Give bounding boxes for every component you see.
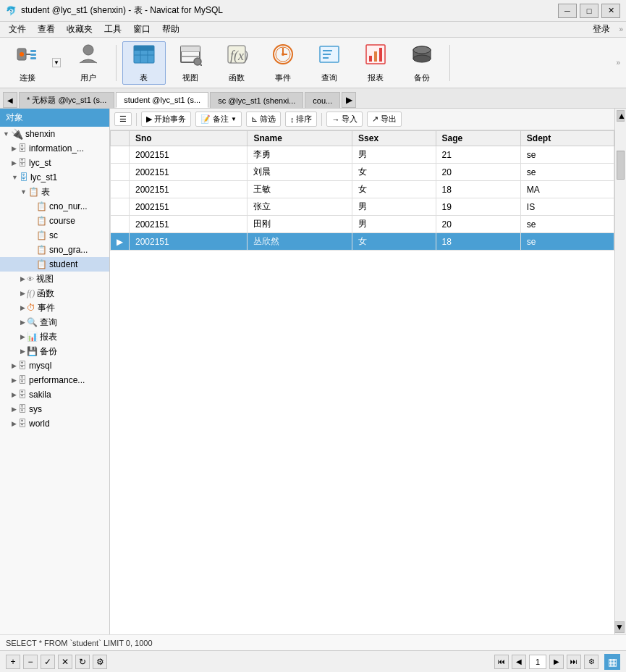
cell-sno[interactable]: 2002151 bbox=[130, 198, 248, 216]
func-tool[interactable]: f(x) 函数 bbox=[215, 41, 258, 85]
connect-tool[interactable]: 连接 bbox=[6, 41, 49, 85]
tree-item-world[interactable]: ▶ 🗄 world bbox=[0, 416, 109, 431]
toolbar-expand[interactable]: » bbox=[616, 59, 620, 67]
cell-ssex[interactable]: 女 bbox=[352, 164, 436, 181]
header-sage[interactable]: Sage bbox=[436, 131, 520, 146]
confirm-btn[interactable]: ✓ bbox=[41, 655, 55, 669]
cell-sage[interactable]: 19 bbox=[436, 198, 520, 216]
comment-btn[interactable]: 📝 备注 ▼ bbox=[195, 112, 242, 127]
cell-ssex[interactable]: 女 bbox=[352, 233, 436, 251]
cell-sage[interactable]: 20 bbox=[436, 164, 520, 181]
menu-view[interactable]: 查看 bbox=[32, 22, 61, 37]
right-scrollbar[interactable]: ▲ ▼ bbox=[614, 109, 626, 634]
backup-tool[interactable]: 备份 bbox=[400, 41, 444, 85]
menu-file[interactable]: 文件 bbox=[3, 22, 32, 37]
table-tool[interactable]: 表 bbox=[122, 41, 166, 85]
tree-item-reports-folder[interactable]: ▶ 📊 报表 bbox=[0, 329, 109, 344]
tab-0[interactable]: * 无标题 @lyc_st1 (s... bbox=[19, 92, 114, 108]
scrollbar-thumb[interactable] bbox=[617, 151, 625, 180]
cell-sname[interactable]: 张立 bbox=[248, 198, 352, 216]
tree-item-views-folder[interactable]: ▶ 👁 视图 bbox=[0, 272, 109, 286]
grid-view-btn[interactable]: ▦ bbox=[604, 654, 620, 670]
cell-sno[interactable]: 2002151 bbox=[130, 233, 248, 251]
cell-ssex[interactable]: 女 bbox=[352, 181, 436, 198]
sidebar-header[interactable]: 对象 bbox=[0, 109, 109, 127]
last-page-btn[interactable]: ⏭ bbox=[567, 655, 581, 669]
cell-sname[interactable]: 丛欣然 bbox=[248, 233, 352, 251]
next-page-btn[interactable]: ▶ bbox=[549, 655, 564, 669]
tree-item-information[interactable]: ▶ 🗄 information_... bbox=[0, 141, 109, 156]
filter-btn[interactable]: ⊾ 筛选 bbox=[246, 112, 281, 127]
report-tool[interactable]: 报表 bbox=[354, 41, 397, 85]
tree-item-student[interactable]: 📋 student bbox=[0, 257, 109, 272]
tree-item-queries-folder[interactable]: ▶ 🔍 查询 bbox=[0, 315, 109, 329]
first-page-btn[interactable]: ⏮ bbox=[494, 655, 509, 669]
tree-item-sys[interactable]: ▶ 🗄 sys bbox=[0, 402, 109, 416]
tree-item-sakila[interactable]: ▶ 🗄 sakila bbox=[0, 387, 109, 402]
cell-sname[interactable]: 李勇 bbox=[248, 146, 352, 164]
cell-sdept[interactable]: se bbox=[520, 146, 614, 164]
cell-sage[interactable]: 18 bbox=[436, 233, 520, 251]
table-row[interactable]: 2002151刘晨女20se bbox=[111, 164, 614, 181]
data-table-container[interactable]: Sno Sname Ssex Sage Sdept 2002151李勇男21se… bbox=[110, 130, 614, 634]
tree-item-performance[interactable]: ▶ 🗄 performance... bbox=[0, 373, 109, 387]
import-btn[interactable]: → 导入 bbox=[326, 112, 363, 127]
cell-ssex[interactable]: 男 bbox=[352, 216, 436, 233]
scrollbar-up[interactable]: ▲ bbox=[617, 110, 625, 122]
page-settings-btn[interactable]: ⚙ bbox=[584, 655, 598, 669]
maximize-button[interactable]: □ bbox=[580, 4, 598, 18]
table-row[interactable]: 2002151田刚男20se bbox=[111, 216, 614, 233]
cancel-record-btn[interactable]: ✕ bbox=[58, 655, 72, 669]
tree-item-lyc-st1[interactable]: ▼ 🗄 lyc_st1 bbox=[0, 170, 109, 185]
tab-3[interactable]: cou... bbox=[305, 92, 340, 108]
cell-sname[interactable]: 刘晨 bbox=[248, 164, 352, 181]
table-row[interactable]: 2002151王敏女18MA bbox=[111, 181, 614, 198]
cell-sdept[interactable]: MA bbox=[520, 181, 614, 198]
menu-favorites[interactable]: 收藏夹 bbox=[61, 22, 98, 37]
event-tool[interactable]: 事件 bbox=[261, 41, 305, 85]
menu-tools[interactable]: 工具 bbox=[98, 22, 127, 37]
close-button[interactable]: ✕ bbox=[601, 4, 620, 18]
export-btn[interactable]: ↗ 导出 bbox=[367, 112, 402, 127]
scrollbar-down[interactable]: ▼ bbox=[614, 621, 625, 633]
add-record-btn[interactable]: + bbox=[6, 655, 20, 669]
cell-sname[interactable]: 王敏 bbox=[248, 181, 352, 198]
refresh-btn[interactable]: ↻ bbox=[75, 655, 90, 669]
tree-item-cno-nur[interactable]: 📋 cno_nur... bbox=[0, 199, 109, 214]
tree-item-events-folder[interactable]: ▶ ⏱ 事件 bbox=[0, 301, 109, 315]
cell-sname[interactable]: 田刚 bbox=[248, 216, 352, 233]
cell-sno[interactable]: 2002151 bbox=[130, 146, 248, 164]
header-sdept[interactable]: Sdept bbox=[520, 131, 614, 146]
tree-item-backups-folder[interactable]: ▶ 💾 备份 bbox=[0, 344, 109, 358]
cell-ssex[interactable]: 男 bbox=[352, 198, 436, 216]
menu-window[interactable]: 窗口 bbox=[127, 22, 156, 37]
header-sname[interactable]: Sname bbox=[248, 131, 352, 146]
tree-item-mysql[interactable]: ▶ 🗄 mysql bbox=[0, 358, 109, 373]
table-row[interactable]: 2002151李勇男21se bbox=[111, 146, 614, 164]
cell-sno[interactable]: 2002151 bbox=[130, 164, 248, 181]
tree-item-sno-gra[interactable]: 📋 sno_gra... bbox=[0, 243, 109, 257]
table-row[interactable]: 2002151张立男19IS bbox=[111, 198, 614, 216]
tab-2[interactable]: sc @lyc_st1 (shenxi... bbox=[210, 92, 303, 108]
tree-item-sc[interactable]: 📋 sc bbox=[0, 228, 109, 243]
prev-page-btn[interactable]: ◀ bbox=[512, 655, 526, 669]
view-tool[interactable]: 视图 bbox=[169, 41, 212, 85]
tree-item-funcs-folder[interactable]: ▶ f() 函数 bbox=[0, 286, 109, 301]
tab-add-button[interactable]: ▶ bbox=[342, 92, 356, 108]
tab-1[interactable]: student @lyc_st1 (s... bbox=[116, 92, 208, 108]
cell-sno[interactable]: 2002151 bbox=[130, 216, 248, 233]
cell-sage[interactable]: 18 bbox=[436, 181, 520, 198]
cell-sdept[interactable]: se bbox=[520, 233, 614, 251]
cell-sdept[interactable]: se bbox=[520, 164, 614, 181]
tab-nav-left[interactable]: ◀ bbox=[3, 92, 17, 108]
tree-item-tables-folder[interactable]: ▼ 📋 表 bbox=[0, 185, 109, 199]
connect-arrow[interactable]: ▼ bbox=[52, 58, 61, 67]
cell-sage[interactable]: 20 bbox=[436, 216, 520, 233]
header-ssex[interactable]: Ssex bbox=[352, 131, 436, 146]
begin-transaction-btn[interactable]: ▶ 开始事务 bbox=[141, 112, 191, 127]
query-tool[interactable]: 查询 bbox=[308, 41, 351, 85]
sort-btn[interactable]: ↕ 排序 bbox=[285, 112, 318, 127]
minimize-button[interactable]: ─ bbox=[558, 4, 577, 18]
cell-sno[interactable]: 2002151 bbox=[130, 181, 248, 198]
table-row[interactable]: ▶2002151丛欣然女18se bbox=[111, 233, 614, 251]
